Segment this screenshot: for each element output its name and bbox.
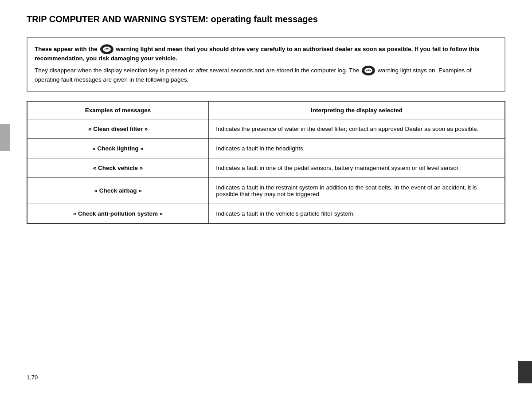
table-row: « Check airbag »Indicates a fault in the… <box>27 177 505 204</box>
interpretation-cell-4: Indicates a fault in the vehicle's parti… <box>209 204 505 224</box>
message-cell-3: « Check airbag » <box>27 177 209 204</box>
message-cell-2: « Check vehicle » <box>27 158 209 177</box>
table-row: « Check vehicle »Indicates a fault in on… <box>27 158 505 177</box>
warning-box: These appear with the warning light and … <box>27 37 505 92</box>
interpretation-cell-2: Indicates a fault in one of the pedal se… <box>209 158 505 177</box>
message-cell-1: « Check lighting » <box>27 138 209 158</box>
page-title: TRIP COMPUTER AND WARNING SYSTEM: operat… <box>27 13 505 25</box>
message-cell-4: « Check anti-pollution system » <box>27 204 209 224</box>
interpretation-cell-1: Indicates a fault in the headlights. <box>209 138 505 158</box>
table-row: « Check lighting »Indicates a fault in t… <box>27 138 505 158</box>
table-row: « Check anti-pollution system »Indicates… <box>27 204 505 224</box>
warning-text-part1: These appear with the <box>35 46 98 52</box>
page-corner-decoration <box>518 361 532 383</box>
table-row: « Clean diesel filter »Indicates the pre… <box>27 119 505 138</box>
warning-bold-text: These appear with the warning light and … <box>35 44 497 63</box>
warning-light-icon-2 <box>362 66 375 75</box>
interpretation-cell-0: Indicates the presence of water in the d… <box>209 119 505 138</box>
fault-messages-table: Examples of messages Interpreting the di… <box>27 101 505 224</box>
interpretation-cell-3: Indicates a fault in the restraint syste… <box>209 177 505 204</box>
message-cell-0: « Clean diesel filter » <box>27 119 209 138</box>
warning-light-icon <box>100 44 113 54</box>
page-number: 1.70 <box>27 374 38 381</box>
table-header-interpreting: Interpreting the display selected <box>209 101 505 119</box>
table-header-messages: Examples of messages <box>27 101 209 119</box>
warning-normal-text: They disappear when the display selectio… <box>35 66 497 84</box>
